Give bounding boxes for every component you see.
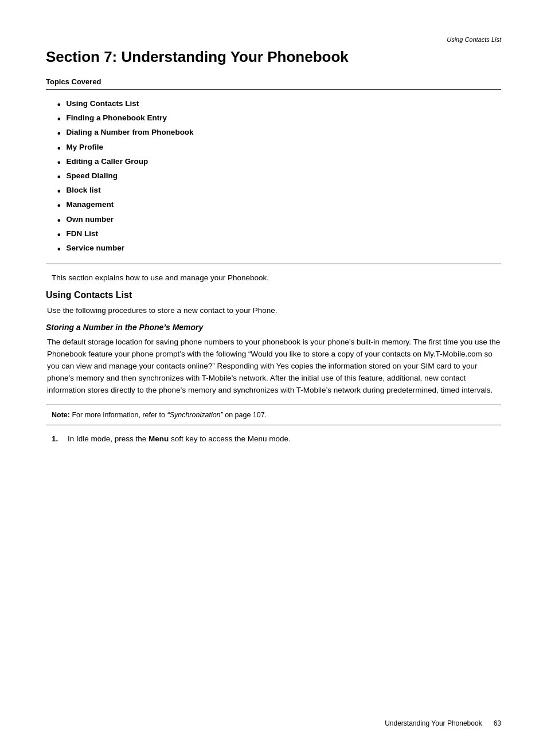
topic-item: Using Contacts List: [57, 99, 501, 110]
steps-list: 1. In Idle mode, press the Menu soft key…: [46, 433, 501, 445]
footer-text: Understanding Your Phonebook: [385, 719, 482, 727]
running-head-text: Using Contacts List: [447, 36, 501, 43]
topics-covered-label: Topics Covered: [46, 77, 501, 86]
topic-item: My Profile: [57, 143, 501, 154]
page: Using Contacts List Section 7: Understan…: [0, 0, 547, 756]
note-label: Note:: [52, 411, 70, 419]
topics-divider-bottom: [46, 264, 501, 264]
topic-item: Service number: [57, 244, 501, 254]
topic-item: Editing a Caller Group: [57, 157, 501, 168]
topics-list: Using Contacts ListFinding a Phonebook E…: [57, 99, 501, 254]
topic-item: Speed Dialing: [57, 171, 501, 182]
note-text2: on page 107.: [223, 411, 267, 419]
topic-item: Own number: [57, 215, 501, 226]
topic-item: FDN List: [57, 229, 501, 240]
topic-item: Management: [57, 200, 501, 211]
section-title: Section 7: Understanding Your Phonebook: [46, 48, 501, 66]
topics-divider-top: [46, 89, 501, 90]
step-1: 1. In Idle mode, press the Menu soft key…: [52, 433, 501, 445]
subsection1-title: Using Contacts List: [46, 290, 501, 300]
subsub-title: Storing a Number in the Phone’s Memory: [46, 323, 501, 332]
topic-item: Finding a Phonebook Entry: [57, 113, 501, 124]
footer: Understanding Your Phonebook 63: [46, 719, 501, 727]
step-1-bold: Menu: [149, 434, 169, 443]
note-box: Note: For more information, refer to “Sy…: [46, 405, 501, 426]
step-1-num: 1.: [52, 433, 64, 445]
footer-page-number: 63: [494, 719, 501, 727]
topic-item: Block list: [57, 186, 501, 197]
subsection1-body: The default storage location for saving …: [46, 336, 501, 397]
subsection1-intro: Use the following procedures to store a …: [46, 305, 501, 317]
topic-item: Dialing a Number from Phonebook: [57, 128, 501, 139]
intro-text: This section explains how to use and man…: [46, 273, 501, 282]
step-1-text: In Idle mode, press the Menu soft key to…: [68, 433, 291, 445]
running-head: Using Contacts List: [46, 34, 501, 44]
note-text: For more information, refer to: [72, 411, 167, 419]
note-italic: “Synchronization”: [167, 411, 222, 419]
